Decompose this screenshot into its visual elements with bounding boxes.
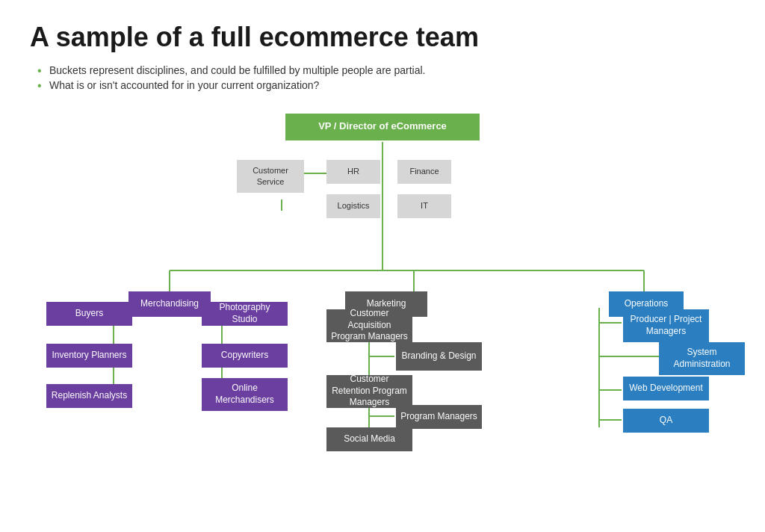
org-chart: VP / Director of eCommerce Customer Serv… [31, 106, 734, 450]
inventory-planners-box: Inventory Planners [46, 344, 132, 368]
producer-project-box: Producer | Project Managers [623, 309, 709, 342]
slide: A sample of a full ecommerce team Bucket… [0, 0, 765, 532]
photography-studio-box: Photography Studio [202, 302, 288, 326]
logistics-box: Logistics [326, 194, 380, 218]
customer-acquisition-box: Customer Acquisition Program Managers [326, 309, 412, 342]
customer-service-box: Customer Service [237, 160, 304, 193]
finance-box: Finance [397, 160, 451, 184]
web-development-box: Web Development [623, 377, 709, 400]
social-media-box: Social Media [326, 427, 412, 451]
customer-retention-box: Customer Retention Program Managers [326, 375, 412, 408]
bullet-list: Buckets represent disciplines, and could… [30, 64, 735, 91]
qa-box: QA [623, 409, 709, 433]
bullet-2: What is or isn't accounted for in your c… [37, 79, 735, 91]
online-merchandisers-box: Online Merchandisers [202, 378, 288, 411]
branding-design-box: Branding & Design [396, 342, 482, 371]
merchandising-box: Merchandising [128, 291, 211, 317]
replenish-analysts-box: Replenish Analysts [46, 384, 132, 408]
copywriters-box: Copywriters [202, 344, 288, 368]
it-box: IT [397, 194, 451, 218]
program-managers-box: Program Managers [396, 405, 482, 429]
hr-box: HR [326, 160, 380, 184]
system-admin-box: System Administration [659, 342, 745, 375]
bullet-1: Buckets represent disciplines, and could… [37, 64, 735, 76]
buyers-box: Buyers [46, 302, 132, 326]
slide-title: A sample of a full ecommerce team [30, 22, 735, 52]
vp-box: VP / Director of eCommerce [285, 114, 480, 140]
